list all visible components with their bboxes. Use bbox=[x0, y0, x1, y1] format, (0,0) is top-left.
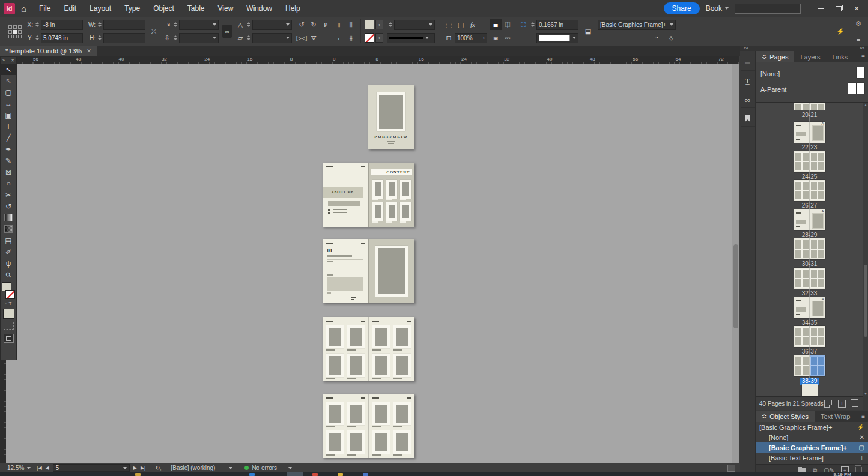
pages-spread-list[interactable]: 20-21A22-2324-2526-27A28-2930-3132-33A34… bbox=[756, 103, 863, 396]
spread-row-40[interactable] bbox=[756, 384, 863, 396]
tab-layers[interactable]: Layers bbox=[794, 51, 826, 62]
image-placeholder-frame[interactable] bbox=[347, 325, 365, 349]
zoom-level-dropdown[interactable]: 12.5% bbox=[5, 465, 33, 471]
canvas-spread-3[interactable]: 01 bbox=[323, 239, 414, 303]
image-placeholder-frame[interactable] bbox=[386, 180, 397, 199]
hand-tool[interactable]: ψ bbox=[1, 258, 16, 269]
frame-grid-icon[interactable]: ⬓ bbox=[582, 26, 594, 37]
flip-horizontal-button[interactable]: ▷◁ bbox=[296, 32, 308, 43]
toolbar-collapse-icon[interactable]: » bbox=[2, 58, 5, 62]
horizontal-scrollbar-stub[interactable] bbox=[727, 465, 735, 472]
horizontal-ruler[interactable]: 5648403224168081624324048566472 bbox=[6, 56, 739, 64]
book-dropdown[interactable]: Book bbox=[706, 4, 729, 13]
page-thumbnail[interactable] bbox=[794, 180, 810, 201]
align-top-icon[interactable]: ⫪ bbox=[333, 19, 345, 30]
apply-color-button[interactable] bbox=[3, 309, 14, 319]
image-placeholder-frame[interactable] bbox=[393, 354, 411, 377]
zoom-tool[interactable]: ⚲ bbox=[1, 269, 16, 280]
distribute-h-icon[interactable]: ⫴ bbox=[345, 19, 357, 30]
screen-mode-button[interactable] bbox=[4, 334, 14, 343]
spread-thumbnails[interactable] bbox=[794, 238, 825, 259]
restore-button[interactable] bbox=[830, 1, 848, 16]
grid-page[interactable] bbox=[323, 394, 368, 458]
stroke-weight-stepper[interactable] bbox=[389, 22, 392, 27]
master-row-1[interactable]: [None] bbox=[756, 66, 868, 82]
wrap-none-icon[interactable]: ≣ bbox=[490, 19, 502, 30]
chapter-text-page[interactable]: 01 bbox=[323, 239, 368, 303]
pen-tool[interactable]: ✒ bbox=[1, 143, 16, 155]
page-thumbnail[interactable] bbox=[794, 268, 810, 289]
page-thumbnail[interactable] bbox=[794, 151, 810, 172]
spread-row-22-23[interactable]: A22-23 bbox=[756, 122, 863, 151]
tab-text-wrap[interactable]: Text Wrap bbox=[815, 411, 856, 422]
y-stepper[interactable] bbox=[35, 35, 39, 40]
page-thumbnail[interactable] bbox=[810, 238, 825, 259]
taskbar-app-icon[interactable] bbox=[338, 473, 343, 476]
master-row-2[interactable]: A-Parent bbox=[756, 82, 868, 97]
taskbar-app-icon[interactable] bbox=[312, 473, 318, 476]
hyperlinks-icon[interactable]: ∞ bbox=[741, 92, 755, 108]
page-thumbnail[interactable] bbox=[810, 103, 825, 110]
menu-edit[interactable]: Edit bbox=[57, 0, 83, 17]
first-page-button[interactable]: |◀ bbox=[37, 465, 41, 471]
page-thumbnail[interactable] bbox=[794, 297, 810, 318]
page-thumbnail[interactable] bbox=[794, 238, 810, 259]
master-page-thumbnail[interactable] bbox=[857, 67, 864, 78]
search-input[interactable] bbox=[735, 4, 801, 14]
rotate-ccw-button[interactable]: ↺ bbox=[296, 19, 308, 30]
y-field[interactable] bbox=[41, 33, 83, 43]
pages-scrollbar-thumb[interactable] bbox=[864, 265, 867, 337]
grid-page[interactable] bbox=[368, 394, 414, 458]
gradient-swatch-tool[interactable] bbox=[1, 212, 16, 223]
menu-table[interactable]: Table bbox=[181, 0, 211, 17]
edit-page-size-icon[interactable] bbox=[824, 400, 832, 408]
image-placeholder-frame[interactable] bbox=[326, 354, 344, 377]
scale-x-dropdown[interactable] bbox=[179, 20, 219, 30]
page-number-field[interactable]: 5 bbox=[53, 464, 130, 472]
page-thumbnail[interactable]: A bbox=[810, 209, 825, 230]
wrap-object-icon[interactable]: ◙ bbox=[490, 32, 502, 43]
spread-row-20-21[interactable]: 20-21 bbox=[756, 103, 863, 119]
corner-options-icon[interactable]: ⛶ bbox=[517, 19, 529, 30]
line-tool[interactable]: ╱ bbox=[1, 132, 16, 143]
scale-x-stepper[interactable] bbox=[174, 22, 177, 27]
page-thumbnail[interactable]: A bbox=[810, 122, 825, 143]
last-page-button[interactable]: ▶| bbox=[141, 465, 145, 471]
image-placeholder-frame[interactable] bbox=[400, 180, 411, 199]
dock-collapse-icon[interactable]: «« bbox=[744, 46, 748, 50]
shear-dropdown[interactable] bbox=[252, 33, 292, 43]
selection-tool[interactable]: ↖ bbox=[1, 64, 16, 75]
corner-radius-stepper[interactable] bbox=[531, 22, 535, 27]
toolbar-fill-stroke[interactable] bbox=[1, 282, 16, 300]
stroke-swatch[interactable] bbox=[365, 33, 374, 43]
page-thumbnail[interactable] bbox=[802, 384, 818, 396]
page-thumbnail[interactable] bbox=[810, 326, 825, 347]
close-button[interactable]: ✕ bbox=[848, 1, 866, 16]
reference-point-proxy[interactable] bbox=[8, 25, 20, 37]
image-placeholder-frame[interactable] bbox=[375, 246, 407, 297]
content-collector-tool[interactable]: ▣ bbox=[1, 109, 16, 121]
spread-thumbnails[interactable] bbox=[794, 151, 825, 172]
toolbar-stroke-swatch[interactable] bbox=[5, 290, 15, 299]
formatting-text-icon[interactable]: T bbox=[8, 301, 11, 306]
note-tool[interactable]: ▤ bbox=[1, 235, 16, 246]
page-thumbnail[interactable] bbox=[810, 180, 825, 201]
object-style-dropdown[interactable]: [Basic Graphics Frame]+ bbox=[598, 20, 676, 30]
h-field[interactable] bbox=[103, 33, 145, 43]
x-field[interactable] bbox=[41, 20, 83, 30]
wrap-bounding-icon[interactable]: ⎅ bbox=[502, 19, 514, 30]
spread-row-24-25[interactable]: 24-25 bbox=[756, 151, 863, 181]
image-placeholder-frame[interactable] bbox=[326, 430, 344, 454]
spread-row-28-29[interactable]: A28-29 bbox=[756, 209, 863, 239]
spread-thumbnails[interactable] bbox=[794, 326, 825, 347]
menu-file[interactable]: File bbox=[32, 0, 57, 17]
direct-selection-tool[interactable]: ↖ bbox=[1, 75, 16, 86]
image-placeholder-frame[interactable] bbox=[326, 325, 344, 349]
flip-vertical-button[interactable]: ⛛ bbox=[308, 32, 320, 43]
spread-thumbnails[interactable]: A bbox=[794, 122, 825, 143]
master-page-thumbnail[interactable] bbox=[857, 83, 864, 94]
quick-apply-icon[interactable]: ⎀ bbox=[666, 32, 676, 43]
menu-type[interactable]: Type bbox=[118, 0, 147, 17]
corner-radius-field[interactable]: 0.1667 in bbox=[536, 20, 578, 30]
select-container-icon[interactable]: P bbox=[320, 19, 332, 30]
